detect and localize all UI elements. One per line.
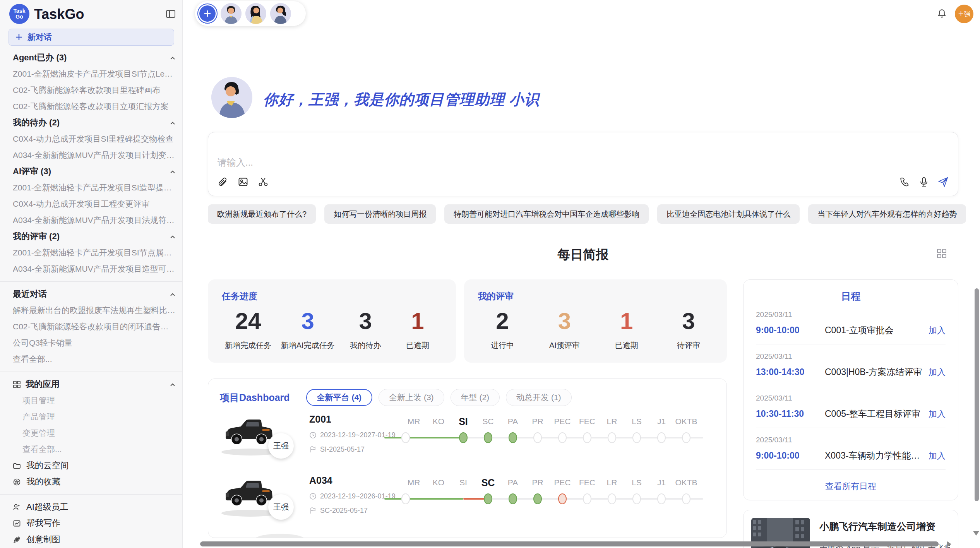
add-session-button[interactable]	[198, 4, 217, 23]
clock-icon	[309, 493, 317, 500]
tab-powertrain[interactable]: 动总开发 (1)	[506, 389, 572, 406]
notification-bell-icon[interactable]	[937, 9, 947, 19]
layout-grid-icon[interactable]	[936, 248, 947, 259]
suggestion-chip[interactable]: 如何写一份清晰的项目周报	[324, 204, 436, 224]
view-all-schedule-link[interactable]: 查看所有日程	[756, 481, 946, 492]
voice-call-icon[interactable]	[899, 176, 910, 187]
section-header-my-review[interactable]: 我的评审 (2)	[0, 228, 182, 245]
chat-input-box[interactable]: 请输入...	[208, 132, 958, 196]
join-link[interactable]: 加入	[929, 325, 946, 336]
section-header-recent-chats[interactable]: 最近对话	[0, 286, 182, 302]
chevron-up-icon[interactable]	[169, 54, 176, 61]
list-item[interactable]: Z001-全新燃油轻卡产品开发项目SI节点属性5D文件评审	[0, 245, 182, 261]
image-upload-icon[interactable]	[238, 176, 248, 187]
list-item[interactable]: 解释最新出台的欧盟报废车法规再生塑料比例被调至15%...	[0, 302, 182, 319]
sidebar-item-creative-draw[interactable]: 创意制图	[0, 531, 182, 548]
tab-new-platform[interactable]: 全新平台 (4)	[306, 389, 373, 406]
suggestion-chip[interactable]: 比亚迪全固态电池计划具体说了什么	[657, 204, 800, 224]
tab-new-body[interactable]: 全新上装 (3)	[379, 389, 444, 406]
session-avatar[interactable]	[270, 3, 291, 24]
schedule-event: C005-整车工程目标评审	[825, 408, 922, 420]
milestone-dot	[608, 432, 616, 443]
milestone-dot	[533, 432, 542, 443]
list-item[interactable]: A034-全新新能源MUV产品开发项目法规符合性评审	[0, 212, 182, 228]
suggestion-chip[interactable]: 特朗普可能对进口汽车增税会对中国车企造成哪些影响	[444, 204, 649, 224]
sidebar-item-cloud-space[interactable]: 我的云空间	[0, 457, 182, 474]
sidebar-item-ai-super-staff[interactable]: AI超级员工	[0, 499, 182, 515]
chevron-up-icon[interactable]	[169, 233, 176, 240]
news-title: 小鹏飞行汽车制造公司增资	[819, 520, 950, 533]
pickup-truck-image	[223, 416, 274, 450]
suggestion-chip[interactable]: 当下年轻人对汽车外观有怎样的喜好趋势	[808, 204, 966, 224]
milestone-track: MRKOSISCPAPRPECFECLRLSJ1OKTB	[401, 475, 707, 507]
view-all-apps[interactable]: 查看全部...	[0, 441, 182, 457]
milestone-dot	[657, 432, 666, 443]
new-chat-button[interactable]: 新对话	[9, 29, 174, 46]
card-title: 我的评审	[478, 290, 713, 302]
chevron-up-icon[interactable]	[169, 291, 176, 298]
sidebar-item-favorites[interactable]: 我的收藏	[0, 474, 182, 490]
send-icon[interactable]	[938, 176, 949, 187]
app-title: TaskGo	[34, 6, 84, 22]
app-item-product-mgmt[interactable]: 产品管理	[0, 409, 182, 425]
list-item[interactable]: 公司Q3轻卡销量	[0, 335, 182, 351]
milestone-dot	[533, 493, 542, 504]
list-item[interactable]: Z001-全新燃油轻卡产品开发项目SI造型提交物评审	[0, 180, 182, 196]
list-item[interactable]: A034-全新新能源MUV产品开发项目计划变更表编写	[0, 147, 182, 163]
section-header-ai-review[interactable]: AI评审 (3)	[0, 163, 182, 180]
milestone-dot	[459, 432, 468, 443]
chevron-up-icon[interactable]	[169, 168, 176, 175]
list-item[interactable]: Z001-全新燃油皮卡产品开发项目SI节点Lesson Learn报告	[0, 66, 182, 82]
scroll-right-arrow[interactable]	[947, 541, 951, 547]
list-item[interactable]: A034-全新新能源MUV产品开发项目造型可行性评审	[0, 261, 182, 277]
section-header-my-todo[interactable]: 我的待办 (2)	[0, 115, 182, 131]
sidebar-item-help-me-write[interactable]: 帮我写作	[0, 515, 182, 531]
app-item-change-mgmt[interactable]: 变更管理	[0, 425, 182, 441]
project-flag: SC-2025-05-17	[320, 507, 368, 515]
list-item[interactable]: C02-飞腾新能源轻客改款项目立项汇报方案	[0, 98, 182, 115]
tab-year-model[interactable]: 年型 (2)	[451, 389, 500, 406]
view-all-chats[interactable]: 查看全部...	[0, 351, 182, 367]
microphone-icon[interactable]	[918, 176, 929, 187]
schedule-item: 2025/03/11 9:00-10:00 X003-车辆动力学性能验... 加…	[756, 428, 946, 470]
list-item[interactable]: C02-飞腾新能源轻客改款项目的闭环通告反馈情况	[0, 319, 182, 335]
milestone-dot	[484, 432, 492, 443]
scissors-icon[interactable]	[258, 176, 269, 187]
project-row-a034[interactable]: 王强 A034 2023-12-19~2026-01-19 SC-2025-05…	[208, 469, 726, 531]
session-avatar[interactable]	[245, 3, 266, 24]
join-link[interactable]: 加入	[929, 450, 946, 462]
divider	[0, 372, 182, 372]
stat-review-overdue: 1 已逾期	[605, 308, 648, 351]
milestone-dot	[558, 432, 567, 443]
chevron-up-icon[interactable]	[169, 119, 176, 126]
schedule-time: 9:00-10:00	[756, 325, 825, 336]
suggestion-chip[interactable]: 欧洲新规最近颁布了什么?	[208, 204, 316, 224]
assistant-greeting: 你好，王强，我是你的项目管理助理 小识	[263, 90, 540, 110]
session-avatar[interactable]	[221, 3, 242, 24]
app-item-project-mgmt[interactable]: 项目管理	[0, 392, 182, 409]
sidebar-nav: Agent已办 (3) Z001-全新燃油皮卡产品开发项目SI节点Lesson …	[0, 50, 182, 548]
attachment-icon[interactable]	[218, 176, 228, 187]
schedule-date: 2025/03/11	[756, 310, 946, 319]
session-switcher	[195, 1, 306, 26]
sidebar-collapse-icon[interactable]	[165, 9, 176, 19]
join-link[interactable]: 加入	[929, 366, 946, 378]
plus-icon	[15, 33, 23, 41]
star-circle-icon	[13, 478, 21, 486]
join-link[interactable]: 加入	[929, 408, 946, 420]
section-header-agent-done[interactable]: Agent已办 (3)	[0, 50, 182, 66]
list-item[interactable]: C02-飞腾新能源轻客改款项目里程碑画布	[0, 82, 182, 98]
section-header-my-apps[interactable]: 我的应用	[0, 376, 182, 392]
chevron-up-icon[interactable]	[169, 381, 176, 388]
project-row-z001[interactable]: 王强 Z001 2023-12-19~2027-01-19 SI-2025-05…	[208, 408, 726, 469]
milestone-dot	[509, 432, 517, 443]
schedule-time: 9:00-10:00	[756, 450, 825, 461]
list-item[interactable]: C0X4-动力总成开发项目工程变更评审	[0, 196, 182, 212]
input-placeholder: 请输入...	[218, 156, 253, 169]
scroll-down-arrow[interactable]	[973, 531, 979, 536]
vertical-scrollbar[interactable]	[975, 288, 979, 501]
user-avatar[interactable]: 王强	[955, 5, 973, 23]
horizontal-scrollbar[interactable]	[200, 541, 939, 546]
list-item[interactable]: C0X4-动力总成开发项目SI里程碑提交物检查	[0, 131, 182, 147]
schedule-card: 日程 2025/03/11 9:00-10:00 C001-立项审批会 加入 2…	[743, 279, 958, 500]
